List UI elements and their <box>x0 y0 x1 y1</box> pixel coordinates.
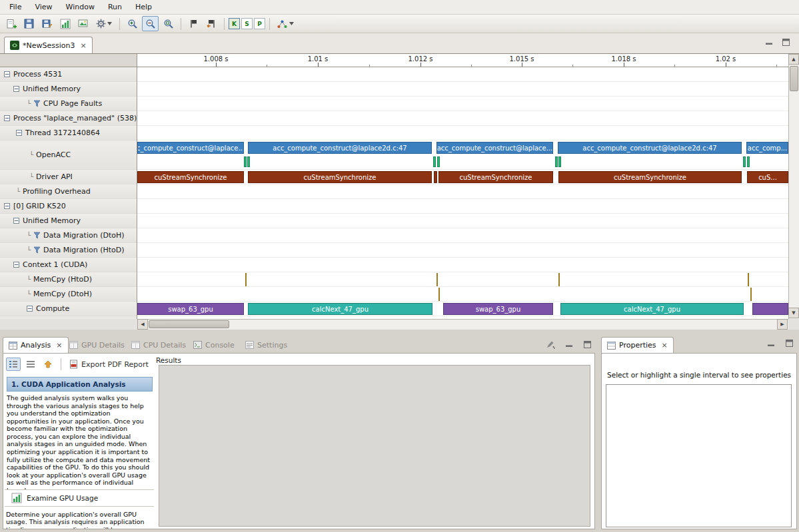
settings-menu-button[interactable] <box>93 16 115 31</box>
minimize-icon[interactable] <box>766 39 773 45</box>
filter-funnel-icon[interactable] <box>33 100 41 107</box>
session-tab[interactable]: *NewSession3 × <box>4 37 93 53</box>
scroll-up-icon[interactable]: ▲ <box>788 54 799 65</box>
zoom-in-button[interactable] <box>124 16 141 31</box>
analysis-menu-button[interactable] <box>274 16 297 31</box>
timeline-canvas[interactable]: c_compute_construct@laplace... acc_compu… <box>137 67 788 319</box>
timeline-chart-button[interactable] <box>57 16 73 31</box>
collapse-icon[interactable] <box>4 203 10 209</box>
driver-api-interval[interactable]: cuStreamSynchronize <box>137 171 244 183</box>
collapse-icon[interactable] <box>13 218 19 224</box>
close-tab-icon[interactable]: × <box>56 341 62 350</box>
save-as-button[interactable] <box>39 16 55 31</box>
memcpy-htod-interval[interactable] <box>748 273 749 286</box>
driver-api-interval[interactable]: cuStreamSynchronize <box>438 171 553 183</box>
compute-kernel-interval[interactable]: calcNext_47_gpu <box>560 303 744 315</box>
unguided-analysis-button[interactable] <box>23 358 38 371</box>
scroll-down-icon[interactable]: ▼ <box>788 308 799 318</box>
minimize-icon[interactable] <box>566 341 573 348</box>
tree-row-process-4531[interactable]: Process 4531 <box>0 67 137 82</box>
memcpy-htod-interval[interactable] <box>245 273 247 286</box>
prev-marker-button[interactable] <box>203 16 220 31</box>
view-menu-icon[interactable] <box>545 340 555 349</box>
openacc-interval[interactable]: acc_comp... <box>746 142 788 154</box>
minimize-icon[interactable] <box>768 340 775 347</box>
close-tab-icon[interactable]: × <box>80 41 86 50</box>
driver-api-interval[interactable]: cuStreamSynchronize <box>558 171 742 183</box>
menu-file[interactable]: File <box>3 1 28 13</box>
tree-row-process-laplace[interactable]: Process "laplace_managed" (538) <box>0 111 137 126</box>
driver-api-interval[interactable]: cuS... <box>747 171 788 183</box>
openacc-interval[interactable]: c_compute_construct@laplace... <box>137 142 244 154</box>
tree-row-data-migration-dtoh[interactable]: Data Migration (DtoH) <box>0 228 137 243</box>
vertical-scroll-thumb[interactable] <box>790 66 798 91</box>
openacc-marker[interactable] <box>747 156 750 167</box>
maximize-icon[interactable] <box>786 340 793 347</box>
save-session-button[interactable] <box>21 16 37 31</box>
compute-kernel-interval[interactable]: swap_63_gpu <box>443 303 553 315</box>
kernel-filter-toggle[interactable]: K <box>229 18 240 29</box>
openacc-marker[interactable] <box>433 156 436 167</box>
tree-row-unified-memory[interactable]: Unified Memory <box>0 82 137 97</box>
collapse-icon[interactable] <box>27 306 33 312</box>
collapse-icon[interactable] <box>4 115 10 121</box>
zoom-fit-button[interactable] <box>160 16 177 31</box>
tab-analysis[interactable]: Analysis × <box>3 337 69 353</box>
openacc-marker[interactable] <box>743 156 746 167</box>
collapse-icon[interactable] <box>13 86 19 92</box>
filter-funnel-icon[interactable] <box>33 232 41 239</box>
maximize-icon[interactable] <box>584 341 591 348</box>
compute-kernel-interval[interactable]: swap_63_gpu <box>137 303 244 315</box>
openacc-marker[interactable] <box>558 156 561 167</box>
openacc-marker[interactable] <box>555 156 558 167</box>
tree-row-cpu-page-faults[interactable]: CPU Page Faults <box>0 97 137 111</box>
next-marker-button[interactable] <box>185 16 202 31</box>
back-to-top-button[interactable] <box>41 358 55 371</box>
tab-properties[interactable]: Properties × <box>601 337 674 353</box>
openacc-marker[interactable] <box>247 156 250 167</box>
tree-row-thread[interactable]: Thread 3172140864 <box>0 126 137 140</box>
menu-window[interactable]: Window <box>59 1 101 13</box>
tab-cpu-details[interactable]: CPU Details <box>126 337 191 353</box>
compute-kernel-interval[interactable]: calcNext_47_gpu <box>248 303 432 315</box>
stream-filter-toggle[interactable]: S <box>241 18 253 29</box>
new-session-button[interactable] <box>3 16 19 31</box>
tree-row-compute[interactable]: Compute <box>0 302 137 316</box>
menu-view[interactable]: View <box>28 1 59 13</box>
openacc-interval[interactable]: acc_compute_construct@laplace2d.c:47 <box>248 142 432 154</box>
menu-run[interactable]: Run <box>101 1 129 13</box>
tree-row-grid-k520[interactable]: [0] GRID K520 <box>0 199 137 214</box>
maximize-icon[interactable] <box>782 39 790 46</box>
tree-row-openacc[interactable]: OpenACC <box>0 140 137 170</box>
tree-row-unified-memory-gpu[interactable]: Unified Memory <box>0 214 137 228</box>
memcpy-htod-interval[interactable] <box>436 273 438 286</box>
export-image-button[interactable] <box>75 16 91 31</box>
tab-console[interactable]: Console <box>188 337 240 353</box>
openacc-interval[interactable]: acc_compute_construct@laplace2d.c:47 <box>558 142 742 154</box>
driver-api-interval-small[interactable] <box>434 171 437 183</box>
time-ruler[interactable]: 1.008 s 1.01 s 1.012 s 1.015 s 1.018 s 1… <box>137 54 788 67</box>
tree-row-context-cuda[interactable]: Context 1 (CUDA) <box>0 258 137 272</box>
memcpy-dtoh-interval[interactable] <box>750 288 752 301</box>
process-filter-toggle[interactable]: P <box>254 18 265 29</box>
collapse-icon[interactable] <box>16 130 22 136</box>
export-pdf-button[interactable]: Export PDF Report <box>67 358 151 370</box>
guided-analysis-button[interactable] <box>6 358 21 371</box>
memcpy-dtoh-interval[interactable] <box>438 288 440 301</box>
tree-row-driver-api[interactable]: Driver API <box>0 170 137 184</box>
tree-row-data-migration-htod[interactable]: Data Migration (HtoD) <box>0 243 137 258</box>
openacc-marker[interactable] <box>244 156 247 167</box>
tree-row-profiling-overhead[interactable]: Profiling Overhead <box>0 184 137 199</box>
openacc-interval[interactable]: acc_compute_construct@laplace... <box>436 142 553 154</box>
collapse-icon[interactable] <box>4 71 10 77</box>
filter-funnel-icon[interactable] <box>33 246 41 254</box>
memcpy-htod-interval[interactable] <box>558 273 560 286</box>
compute-kernel-interval[interactable] <box>752 303 788 315</box>
driver-api-interval[interactable]: cuStreamSynchronize <box>248 171 432 183</box>
horizontal-scroll-thumb[interactable] <box>149 320 229 328</box>
tab-gpu-details[interactable]: GPU Details <box>64 337 130 353</box>
horizontal-scrollbar[interactable]: ◀ ▶ <box>137 319 788 330</box>
examine-gpu-usage-button[interactable]: Examine GPU Usage <box>5 489 154 507</box>
vertical-scrollbar[interactable]: ▲ ▼ <box>788 54 799 319</box>
collapse-icon[interactable] <box>13 262 19 268</box>
